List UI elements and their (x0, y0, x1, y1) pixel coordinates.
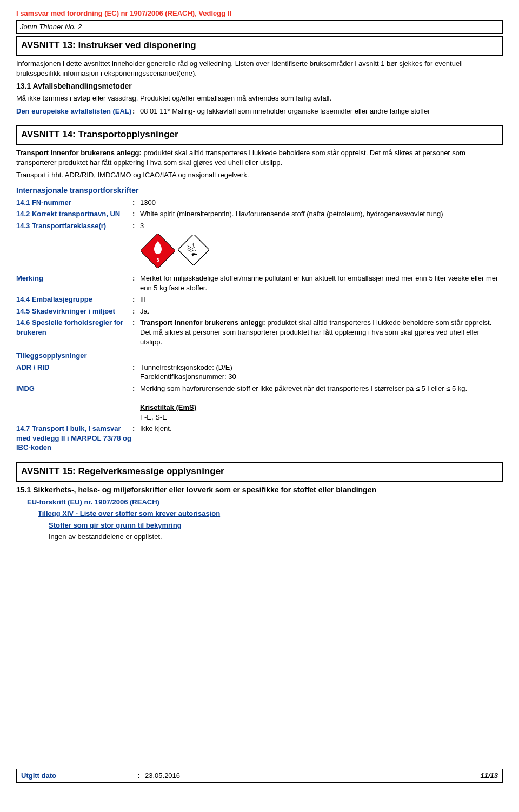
adr-row: ADR / RID : Tunnelrestriksjonskode: (D/E… (16, 363, 503, 382)
spes-bold: Transport innenfor brukerens anlegg: (140, 318, 265, 327)
footer: Utgitt dato : 23.05.2016 11/13 (16, 769, 503, 783)
eu-reg-link: EU-forskrift (EU) nr. 1907/2006 (REACH) (27, 497, 503, 507)
ems-head: Krisetiltak (EmS) (140, 403, 196, 411)
bulk-row: 14.7 Transport i bulk, i samsvar med ved… (16, 424, 503, 452)
eal-row: Den europeiske avfallslisten (EAL) : 08 … (16, 107, 503, 116)
navn-value: White spirit (mineralterpentin). Havforu… (140, 209, 503, 219)
footer-label: Utgitt dato (21, 771, 137, 781)
adr-value-1: Tunnelrestriksjonskode: (D/E) (140, 363, 232, 371)
spes-value: Transport innenfor brukerens anlegg: pro… (140, 318, 503, 347)
emb-value: III (140, 295, 503, 304)
section-15-title: AVSNITT 15: Regelverksmessige opplysning… (21, 465, 498, 478)
section-14-header: AVSNITT 14: Transportopplysninger (16, 125, 503, 145)
ems-block: Krisetiltak (EmS) F-E, S-E (140, 403, 503, 422)
footer-date: 23.05.2016 (145, 771, 480, 781)
section-13-title: AVSNITT 13: Instrukser ved disponering (21, 39, 498, 52)
merking-label: Merking (16, 274, 132, 283)
ems-row: Krisetiltak (EmS) F-E, S-E (16, 403, 503, 422)
svg-rect-2 (178, 235, 209, 265)
section-14-title: AVSNITT 14: Transportopplysninger (21, 129, 498, 141)
imdg-value: Merking som havforurensende stoff er ikk… (140, 384, 503, 394)
colon: : (132, 107, 140, 116)
skade-row: 14.5 Skadevirkninger i miljøet : Ja. (16, 307, 503, 316)
none-listed: Ingen av bestanddelene er opplistet. (49, 532, 503, 542)
transport-name-row: 14.2 Korrekt transportnavn, UN : White s… (16, 209, 503, 219)
merking-value: Merket for miljøskadelige stoffer/marine… (140, 274, 503, 292)
section-13-intro: Informasjonen i dette avsnittet innehold… (16, 59, 503, 78)
eal-value: 08 01 11* Maling- og lakkavfall som inne… (140, 107, 503, 116)
adr-label: ADR / RID (16, 363, 132, 372)
product-name-box: Jotun Thinner No. 2 (16, 20, 503, 34)
regulation-header: I samsvar med forordning (EC) nr 1907/20… (16, 9, 503, 18)
footer-page: 11/13 (480, 771, 498, 781)
section-14-para1: Transport innenfor brukerens anlegg: pro… (16, 148, 503, 167)
flammable-icon: 3 (141, 234, 175, 268)
intl-transport-heading: Internasjonale transportforskrifter (16, 185, 503, 196)
section-15-header: AVSNITT 15: Regelverksmessige opplysning… (16, 462, 503, 482)
merking-row: Merking : Merket for miljøskadelige stof… (16, 274, 503, 292)
fn-value: 1300 (140, 198, 503, 208)
tillegg14-link: Tillegg XIV - Liste over stoffer som kre… (38, 509, 503, 518)
imdg-row: IMDG : Merking som havforurensende stoff… (16, 384, 503, 394)
environment-icon (178, 235, 211, 267)
fn-row: 14.1 FN-nummer : 1300 (16, 198, 503, 208)
fn-label: 14.1 FN-nummer (16, 198, 132, 208)
eal-label: Den europeiske avfallslisten (EAL) (16, 107, 132, 116)
section-15-1-subhead: 15.1 Sikkerhets-, helse- og miljøforskri… (16, 485, 503, 495)
spes-row: 14.6 Spesielle forholdsregler for bruker… (16, 318, 503, 347)
class-row: 14.3 Transportfareklasse(r) : 3 (16, 221, 503, 231)
tillegg-heading: Tilleggsopplysninger (16, 351, 503, 361)
concern-link: Stoffer som gir stor grunn til bekymring (49, 521, 503, 530)
emb-row: 14.4 Emballasjegruppe : III (16, 295, 503, 304)
section-13-1-subhead: 13.1 Avfallsbehandlingsmetoder (16, 81, 503, 91)
imdg-label: IMDG (16, 384, 132, 394)
section-14-para2: Transport i hht. ADR/RID, IMDG/IMO og IC… (16, 170, 503, 180)
emb-label: 14.4 Emballasjegruppe (16, 295, 132, 304)
ems-value: F-E, S-E (140, 413, 167, 421)
hazard-pictograms: 3 (141, 234, 503, 268)
klasse-label: 14.3 Transportfareklasse(r) (16, 221, 132, 231)
spes-label: 14.6 Spesielle forholdsregler for bruker… (16, 318, 132, 337)
adr-value-2: Fareidentifikasjonsnummer: 30 (140, 372, 236, 381)
bulk-label: 14.7 Transport i bulk, i samsvar med ved… (16, 424, 132, 452)
product-name: Jotun Thinner No. 2 (20, 23, 82, 31)
bulk-value: Ikke kjent. (140, 424, 503, 434)
skade-value: Ja. (140, 307, 503, 316)
svg-text:3: 3 (156, 257, 159, 263)
para1-bold: Transport innenfor brukerens anlegg: (16, 149, 142, 157)
adr-value: Tunnelrestriksjonskode: (D/E) Fareidenti… (140, 363, 503, 382)
skade-label: 14.5 Skadevirkninger i miljøet (16, 307, 132, 316)
navn-label: 14.2 Korrekt transportnavn, UN (16, 209, 132, 219)
section-13-waste-line: Må ikke tømmes i avløp eller vassdrag. P… (16, 94, 503, 103)
section-13-header: AVSNITT 13: Instrukser ved disponering (16, 36, 503, 56)
klasse-value: 3 (140, 221, 503, 231)
